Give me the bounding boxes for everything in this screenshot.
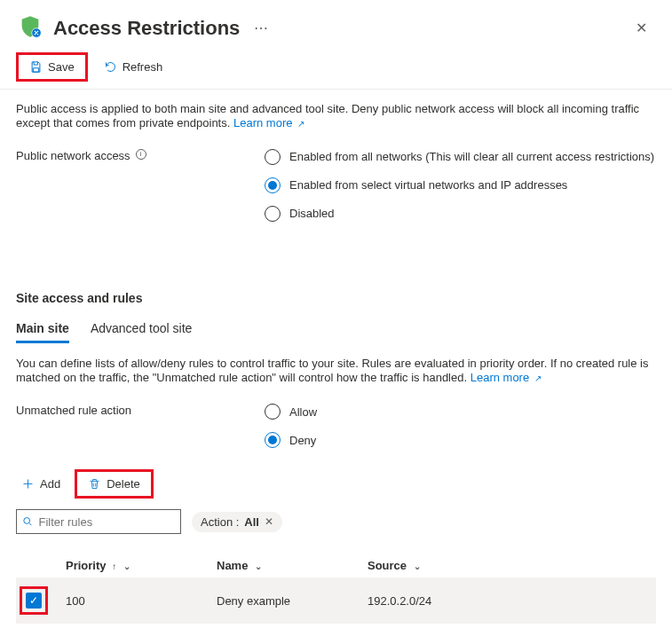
- section-site-rules-title: Site access and rules: [16, 291, 656, 305]
- highlight-delete: Delete: [75, 469, 154, 499]
- svg-point-2: [24, 518, 30, 524]
- command-bar: Save Refresh: [0, 49, 672, 90]
- radio-deny[interactable]: Deny: [265, 432, 317, 448]
- table-row[interactable]: ✓ 100 Deny example 192.0.2.0/24: [16, 577, 656, 624]
- panel-header: Access Restrictions ⋯ ✕: [0, 0, 672, 49]
- table-toolbar: Add Delete: [16, 469, 656, 499]
- chevron-down-icon: ⌄: [123, 562, 130, 571]
- grid-header: Priority ↑ ⌄ Name ⌄ Source ⌄: [16, 554, 656, 577]
- cell-source: 192.0.2.0/24: [368, 594, 656, 608]
- delete-button[interactable]: Delete: [83, 474, 146, 494]
- add-button-label: Add: [40, 477, 60, 491]
- tab-main-site[interactable]: Main site: [16, 321, 69, 343]
- rules-grid: Priority ↑ ⌄ Name ⌄ Source ⌄ ✓ 100 Deny …: [16, 554, 656, 624]
- rules-description-body: You can define lists of allow/deny rules…: [16, 357, 649, 385]
- add-button[interactable]: Add: [16, 474, 66, 494]
- radio-all-networks[interactable]: Enabled from all networks (This will cle…: [265, 149, 654, 165]
- site-tabs: Main site Advanced tool site: [16, 321, 656, 344]
- radio-allow[interactable]: Allow: [265, 404, 317, 420]
- close-button[interactable]: ✕: [629, 16, 654, 40]
- cell-priority: 100: [66, 594, 217, 608]
- external-link-icon: ↗: [297, 119, 304, 129]
- refresh-button[interactable]: Refresh: [99, 57, 169, 77]
- cell-name: Deny example: [217, 594, 368, 608]
- col-source[interactable]: Source ⌄: [368, 559, 656, 572]
- sort-asc-icon: ↑: [112, 562, 116, 571]
- description-text: Public access is applied to both main si…: [16, 102, 656, 131]
- remove-filter-icon[interactable]: ✕: [265, 515, 273, 528]
- highlight-checkbox: ✓: [20, 586, 48, 615]
- filter-input[interactable]: [39, 515, 176, 529]
- rules-learn-more-link[interactable]: Learn more ↗: [470, 371, 542, 384]
- search-icon: [22, 515, 34, 528]
- save-button[interactable]: Save: [24, 57, 80, 77]
- chevron-down-icon: ⌄: [255, 562, 262, 571]
- tab-advanced-tool-site[interactable]: Advanced tool site: [91, 321, 192, 343]
- filter-searchbox[interactable]: [16, 509, 181, 534]
- learn-more-link[interactable]: Learn more ↗: [233, 116, 304, 130]
- shield-icon: [18, 14, 43, 42]
- rules-description: You can define lists of allow/deny rules…: [16, 357, 656, 387]
- unmatched-radio-group: Allow Deny: [265, 404, 317, 448]
- save-button-label: Save: [48, 60, 75, 74]
- delete-button-label: Delete: [107, 477, 140, 491]
- public-access-label: Public network access: [16, 149, 130, 162]
- col-priority[interactable]: Priority ↑ ⌄: [66, 559, 217, 572]
- row-checkbox[interactable]: ✓: [26, 593, 42, 609]
- content-area: Public access is applied to both main si…: [0, 90, 672, 624]
- external-link-icon: ↗: [534, 373, 542, 383]
- filter-row: Action : All ✕: [16, 509, 656, 534]
- radio-select-networks[interactable]: Enabled from select virtual networks and…: [265, 177, 654, 193]
- info-icon[interactable]: i: [136, 149, 146, 160]
- description-body: Public access is applied to both main si…: [16, 102, 639, 130]
- more-menu-button[interactable]: ⋯: [250, 16, 273, 40]
- radio-disabled[interactable]: Disabled: [265, 206, 654, 222]
- unmatched-rule-row: Unmatched rule action Allow Deny: [16, 404, 656, 448]
- refresh-button-label: Refresh: [123, 60, 163, 74]
- page-title: Access Restrictions: [53, 17, 240, 40]
- chevron-down-icon: ⌄: [414, 562, 421, 571]
- unmatched-rule-label: Unmatched rule action: [16, 404, 131, 417]
- col-name[interactable]: Name ⌄: [217, 559, 368, 572]
- filter-pill-action[interactable]: Action : All ✕: [192, 512, 282, 532]
- public-access-row: Public network access i Enabled from all…: [16, 149, 656, 222]
- highlight-save: Save: [16, 52, 88, 82]
- public-access-radio-group: Enabled from all networks (This will cle…: [265, 149, 654, 222]
